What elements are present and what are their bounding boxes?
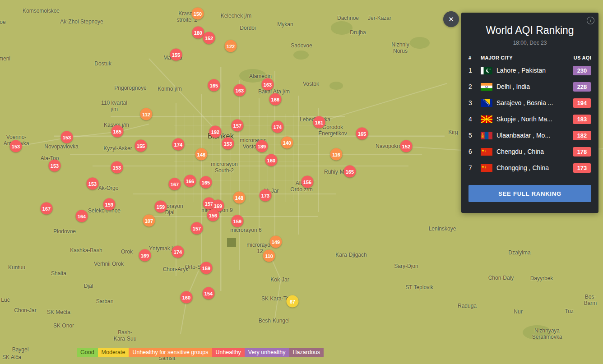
legend-item: Unhealthy <box>212 348 245 357</box>
aqi-marker[interactable]: 167 <box>169 178 181 190</box>
city-name: Sarajevo , Bosnia ... <box>496 99 573 106</box>
aqi-marker[interactable]: 160 <box>181 291 193 304</box>
aqi-badge: 230 <box>573 66 591 75</box>
cn-flag-icon <box>481 164 492 172</box>
city-column-header: MAJOR CITY <box>481 55 574 60</box>
panel-timestamp: 18:00, Dec 23 <box>468 40 591 46</box>
legend-item: Good <box>77 348 98 357</box>
ranking-header-row: # MAJOR CITY US AQI <box>468 55 591 60</box>
aqi-marker[interactable]: 67 <box>287 295 299 308</box>
aqi-marker[interactable]: 122 <box>225 40 237 52</box>
aqi-marker[interactable]: 148 <box>233 192 246 204</box>
aqi-column-header: US AQI <box>574 55 591 60</box>
ranking-row[interactable]: 1Lahore , Pakistan230 <box>468 62 591 78</box>
pk-flag-icon <box>481 67 492 74</box>
aqi-marker[interactable]: 153 <box>49 160 61 172</box>
aqi-marker[interactable]: 155 <box>170 49 182 61</box>
aqi-marker[interactable]: 152 <box>400 140 413 152</box>
aqi-marker[interactable]: 161 <box>313 116 325 129</box>
ranking-row[interactable]: 2Delhi , India228 <box>468 78 591 95</box>
aqi-marker[interactable]: 155 <box>135 140 147 152</box>
aqi-marker[interactable]: 107 <box>143 215 155 227</box>
aqi-marker[interactable]: 159 <box>200 262 213 274</box>
aqi-marker[interactable]: 165 <box>356 128 368 140</box>
aqi-marker[interactable]: 150 <box>192 8 204 20</box>
rank-number: 3 <box>468 99 481 106</box>
aqi-marker[interactable]: 165 <box>200 176 212 189</box>
aqi-marker[interactable]: 157 <box>191 222 203 235</box>
aqi-marker[interactable]: 160 <box>265 154 278 166</box>
legend-item: Unhealthy for sensitive groups <box>129 348 212 357</box>
rank-column-header: # <box>468 55 481 60</box>
aqi-marker[interactable]: 110 <box>263 250 275 262</box>
aqi-marker[interactable]: 165 <box>111 125 124 138</box>
aqi-badge: 182 <box>573 131 591 140</box>
aqi-marker[interactable]: 112 <box>140 108 153 120</box>
aqi-marker[interactable]: 152 <box>203 32 215 44</box>
city-name: Skopje , North Ma... <box>496 115 573 123</box>
city-name: Chongqing , China <box>496 164 573 171</box>
ranking-row[interactable]: 6Chengdu , China178 <box>468 143 591 160</box>
aqi-marker[interactable]: 157 <box>232 120 244 132</box>
aqi-marker[interactable]: 173 <box>260 189 272 202</box>
see-full-ranking-button[interactable]: SEE FULL RANKING <box>468 185 591 202</box>
aqi-marker[interactable]: 148 <box>195 148 208 161</box>
ba-flag-icon <box>481 99 492 107</box>
aqi-marker[interactable]: 159 <box>232 215 244 227</box>
aqi-marker[interactable]: 154 <box>203 287 215 299</box>
city-name: Delhi , India <box>496 83 573 90</box>
mk-flag-icon <box>481 115 492 123</box>
aqi-marker[interactable]: 174 <box>272 121 284 133</box>
aqi-marker[interactable]: 166 <box>269 93 282 106</box>
aqi-marker[interactable]: 163 <box>234 84 246 97</box>
aqi-marker[interactable]: 163 <box>262 78 274 91</box>
cn-flag-icon <box>481 148 492 156</box>
aqi-marker[interactable]: 153 <box>10 140 22 152</box>
aqi-marker[interactable]: 153 <box>87 178 99 190</box>
aqi-marker[interactable]: 180 <box>192 27 204 39</box>
aqi-marker[interactable]: 165 <box>208 79 220 92</box>
aqi-marker[interactable]: 167 <box>41 203 53 215</box>
ranking-row[interactable]: 5Ulaanbaatar , Mo...182 <box>468 127 591 143</box>
legend-item: Moderate <box>98 348 129 357</box>
close-icon[interactable]: ✕ <box>443 11 459 27</box>
rank-number: 4 <box>468 115 481 123</box>
aqi-marker[interactable]: 164 <box>76 210 88 222</box>
aqi-badge: 228 <box>573 82 591 92</box>
aqi-marker[interactable]: 153 <box>111 161 123 174</box>
aqi-badge: 173 <box>573 163 591 173</box>
ranking-row[interactable]: 4Skopje , North Ma...183 <box>468 111 591 127</box>
aqi-badge: 178 <box>573 147 591 157</box>
ranking-row[interactable]: 3Sarajevo , Bosnia ...194 <box>468 95 591 111</box>
city-name: Ulaanbaatar , Mo... <box>496 132 573 139</box>
ranking-row[interactable]: 7Chongqing , China173 <box>468 160 591 176</box>
aqi-marker[interactable]: 159 <box>155 201 167 213</box>
ranking-rows: 1Lahore , Pakistan2302Delhi , India2283S… <box>468 62 591 176</box>
aqi-marker[interactable]: 149 <box>270 236 282 248</box>
legend-item: Hazardous <box>289 348 324 357</box>
aqi-marker[interactable]: 116 <box>330 148 343 161</box>
aqi-badge: 183 <box>573 115 591 124</box>
aqi-marker[interactable]: 153 <box>222 138 234 150</box>
rank-number: 1 <box>468 67 481 74</box>
rank-number: 5 <box>468 132 481 139</box>
panel-title: World AQI Ranking <box>468 13 591 37</box>
aqi-marker[interactable]: 166 <box>184 175 196 187</box>
aqi-marker[interactable]: 140 <box>281 137 293 149</box>
rank-number: 2 <box>468 83 481 90</box>
aqi-marker[interactable]: 156 <box>302 176 314 188</box>
aqi-marker[interactable]: 156 <box>207 209 219 221</box>
aqi-marker[interactable]: 153 <box>61 131 73 143</box>
in-flag-icon <box>481 83 492 91</box>
aqi-marker[interactable]: 189 <box>256 140 268 152</box>
info-icon[interactable]: i <box>587 17 594 24</box>
legend-item: Very unhealthy <box>245 348 289 357</box>
aqi-marker[interactable]: 192 <box>209 126 222 138</box>
aqi-marker[interactable]: 159 <box>103 198 116 211</box>
aqi-marker[interactable]: 174 <box>172 138 185 151</box>
world-aqi-ranking-panel: i World AQI Ranking 18:00, Dec 23 # MAJO… <box>461 13 598 213</box>
aqi-legend: GoodModerateUnhealthy for sensitive grou… <box>77 348 324 357</box>
aqi-marker[interactable]: 169 <box>139 249 151 262</box>
aqi-marker[interactable]: 165 <box>344 166 356 178</box>
aqi-marker[interactable]: 174 <box>172 246 184 258</box>
